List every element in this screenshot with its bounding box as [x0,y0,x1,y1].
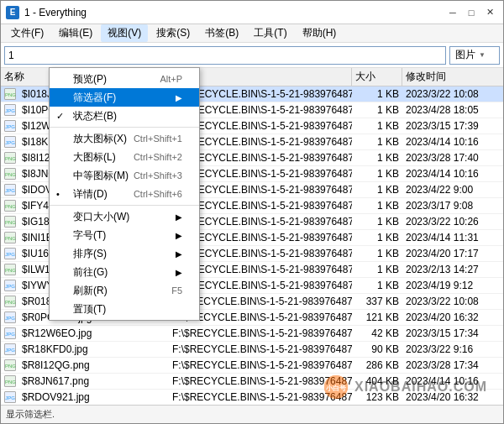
medium-icons-shortcut: Ctrl+Shift+3 [134,170,182,181]
file-type-icon: JPG [4,136,16,148]
app-icon: E [6,6,19,19]
menu-file[interactable]: 文件(F) [4,24,50,42]
file-date: 2023/3/28 17:40 [406,152,479,164]
file-date-cell: 2023/4/22 9:00 [402,182,503,197]
file-path-cell: F:\$RECYCLE.BIN\S-1-5-21-983976487-10... [169,374,352,389]
menu-bar: 文件(F) 编辑(E) 视图(V) 搜索(S) 书签(B) 工具(T) 帮助(H… [1,24,503,43]
title-bar: E 1 - Everything ─ □ ✕ [1,1,503,24]
window-controls: ─ □ ✕ [444,5,498,20]
menu-resize-window[interactable]: 变口大小(W) ▶ [50,207,199,226]
file-size: 286 KB [366,359,399,371]
file-size-cell: 1 KB [352,86,402,102]
file-path-cell: F:\$RECYCLE.BIN\S-1-5-21-983976487-10... [169,342,352,357]
menu-refresh[interactable]: 刷新(R) F5 [50,281,199,300]
file-type-icon: PNG [4,88,16,100]
menu-view[interactable]: 视图(V) [101,24,148,42]
view-dropdown-menu: 预览(P) Alt+P 筛选器(F) ▶ ✓ 状态栏(B) 放大图标(X) Ct… [49,67,200,321]
table-row[interactable]: PNG $R8JN617.png F:\$RECYCLE.BIN\S-1-5-2… [1,374,503,390]
menu-topmost[interactable]: 置顶(T) [50,300,199,318]
file-size: 1 KB [377,104,399,116]
file-size-cell: 337 KB [352,294,402,309]
menu-tools[interactable]: 工具(T) [247,24,293,42]
file-name: $R8JN617.png [22,375,89,387]
file-size: 1 KB [377,264,399,275]
file-name-cell: JPG $R12W6EO.jpg [1,326,169,341]
menu-font-size[interactable]: 字号(T) ▶ [50,226,199,244]
file-size: 404 KB [366,375,399,387]
file-type-icon: JPG [4,248,16,259]
file-name: $RDOV921.jpg [22,391,90,403]
file-size: 121 KB [366,311,399,323]
file-date: 2023/4/28 18:05 [406,104,479,116]
file-type-icon: PNG [4,168,16,180]
separator-1 [50,127,199,128]
close-button[interactable]: ✕ [481,5,498,20]
file-date-cell: 2023/3/17 9:08 [402,198,503,213]
file-size: 1 KB [377,136,399,148]
table-row[interactable]: JPG $R12W6EO.jpg F:\$RECYCLE.BIN\S-1-5-2… [1,326,503,342]
file-date: 2023/3/22 10:08 [406,296,479,307]
file-type-icon: JPG [4,311,16,323]
table-row[interactable]: JPG $RDOV921.jpg F:\$RECYCLE.BIN\S-1-5-2… [1,390,503,405]
file-name-cell: PNG $R8JN617.png [1,374,169,389]
file-date-cell: 2023/3/22 10:08 [402,86,503,102]
table-row[interactable]: PNG $R8I12QG.png F:\$RECYCLE.BIN\S-1-5-2… [1,358,503,374]
file-size-cell: 123 KB [352,390,402,405]
menu-filter[interactable]: 筛选器(F) ▶ [50,88,199,107]
file-date-cell: 2023/4/19 9:12 [402,278,503,293]
file-date-cell: 2023/3/15 17:39 [402,118,503,133]
menu-preview[interactable]: 预览(P) Alt+P [50,70,199,88]
file-type-icon: PNG [4,200,16,212]
file-size: 1 KB [377,152,399,164]
table-row[interactable]: JPG $R18KFD0.jpg F:\$RECYCLE.BIN\S-1-5-2… [1,342,503,358]
menu-goto[interactable]: 前往(G) ▶ [50,263,199,281]
file-date: 2023/4/20 17:17 [406,248,479,259]
file-name: $R18KFD0.jpg [22,343,88,355]
file-size: 1 KB [377,184,399,196]
file-size-cell: 1 KB [352,118,402,133]
file-size-cell: 1 KB [352,134,402,149]
file-name-cell: PNG $R8I12QG.png [1,358,169,373]
file-size: 1 KB [377,120,399,132]
menu-medium-icons[interactable]: 中等图标(M) Ctrl+Shift+3 [50,166,199,185]
file-date-cell: 2023/3/22 10:26 [402,214,503,229]
file-type-icon: JPG [4,280,16,291]
extra-large-shortcut: Ctrl+Shift+1 [134,133,182,144]
file-date: 2023/4/19 9:12 [406,280,473,291]
filter-dropdown[interactable]: 图片 ▼ [449,46,500,65]
resize-arrow-icon: ▶ [176,212,182,222]
minimize-button[interactable]: ─ [444,5,461,20]
menu-large-icons[interactable]: 大图标(L) Ctrl+Shift+2 [50,148,199,166]
menu-edit[interactable]: 编辑(E) [52,24,99,42]
refresh-shortcut: F5 [171,285,182,296]
maximize-button[interactable]: □ [463,5,480,20]
menu-sort[interactable]: 排序(S) ▶ [50,244,199,263]
file-name-cell: JPG $R18KFD0.jpg [1,342,169,357]
file-date: 2023/3/28 17:34 [406,359,479,371]
menu-search[interactable]: 搜索(S) [150,24,197,42]
col-header-size[interactable]: 大小 [352,68,402,86]
file-date-cell: 2023/4/14 11:31 [402,230,503,245]
file-size-cell: 1 KB [352,262,402,277]
file-size: 337 KB [366,296,399,307]
file-date: 2023/2/13 14:27 [406,264,479,275]
file-path: F:\$RECYCLE.BIN\S-1-5-21-983976487-10... [172,343,352,355]
menu-details[interactable]: • 详情(D) Ctrl+Shift+6 [50,185,199,203]
file-date-cell: 2023/4/28 18:05 [402,102,503,118]
menu-bookmarks[interactable]: 书签(B) [198,24,245,42]
col-header-date[interactable]: 修改时间 [402,68,503,86]
file-size-cell: 1 KB [352,278,402,293]
file-size: 42 KB [371,327,399,339]
file-date: 2023/3/22 9:16 [406,343,473,355]
file-size: 1 KB [377,280,399,291]
search-input[interactable] [4,46,446,65]
menu-help[interactable]: 帮助(H) [296,24,344,42]
menu-statusbar[interactable]: ✓ 状态栏(B) [50,107,199,125]
menu-extra-large-icons[interactable]: 放大图标(X) Ctrl+Shift+1 [50,129,199,148]
file-date: 2023/4/14 10:16 [406,168,479,180]
main-container: E 1 - Everything ─ □ ✕ 文件(F) 编辑(E) 视图(V)… [0,0,504,424]
file-size-cell: 1 KB [352,182,402,197]
toolbar: 图片 ▼ [1,43,503,68]
file-name: $R12W6EO.jpg [22,327,92,339]
file-date-cell: 2023/4/14 10:16 [402,166,503,181]
